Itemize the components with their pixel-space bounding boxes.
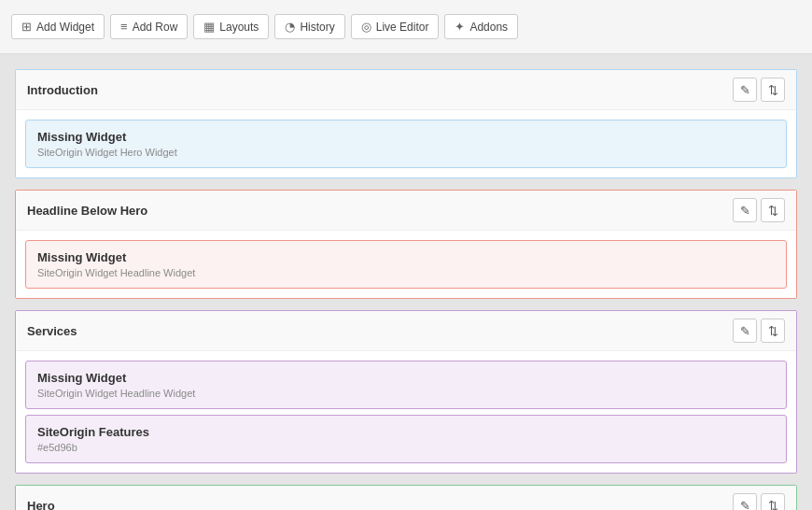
section-services: Services✎⇅Missing WidgetSiteOrigin Widge… (15, 310, 797, 474)
section-body-services: Missing WidgetSiteOrigin Widget Headline… (16, 351, 796, 473)
add-widget-label: Add Widget (36, 21, 94, 34)
addons-label: Addons (469, 21, 508, 34)
section-title-introduction: Introduction (27, 83, 98, 97)
live-editor-icon: ◎ (361, 20, 371, 34)
section-body-headline-below-hero: Missing WidgetSiteOrigin Widget Headline… (16, 231, 796, 298)
section-header-introduction: Introduction✎⇅ (16, 70, 796, 110)
add-widget-button[interactable]: ⊞Add Widget (11, 14, 105, 39)
widget-card-2-0[interactable]: Missing WidgetSiteOrigin Widget Headline… (25, 361, 787, 409)
section-move-button-headline-below-hero[interactable]: ⇅ (761, 198, 785, 222)
section-header-hero: Hero✎⇅ (16, 486, 796, 510)
section-edit-button-introduction[interactable]: ✎ (733, 78, 757, 102)
layouts-icon: ▦ (203, 20, 215, 34)
section-hero: Hero✎⇅Missing WidgetSiteOrigin Widget He… (15, 485, 797, 510)
section-header-headline-below-hero: Headline Below Hero✎⇅ (16, 191, 796, 231)
section-title-services: Services (27, 324, 77, 338)
widget-title-2-1: SiteOrigin Features (37, 425, 775, 439)
add-row-label: Add Row (133, 21, 178, 34)
section-title-headline-below-hero: Headline Below Hero (27, 204, 147, 218)
history-icon: ◔ (285, 20, 295, 34)
live-editor-button[interactable]: ◎Live Editor (351, 14, 440, 39)
section-header-services: Services✎⇅ (16, 311, 796, 351)
section-edit-button-hero[interactable]: ✎ (733, 493, 757, 510)
page-container: ⊞Add Widget≡Add Row▦Layouts◔History◎Live… (0, 0, 812, 510)
add-widget-icon: ⊞ (21, 20, 32, 34)
section-headline-below-hero: Headline Below Hero✎⇅Missing WidgetSiteO… (15, 190, 797, 299)
widget-subtitle-1-0: SiteOrigin Widget Headline Widget (37, 267, 775, 278)
section-edit-button-headline-below-hero[interactable]: ✎ (733, 198, 757, 222)
history-button[interactable]: ◔History (274, 14, 344, 39)
section-body-introduction: Missing WidgetSiteOrigin Widget Hero Wid… (16, 110, 796, 177)
content-area: Introduction✎⇅Missing WidgetSiteOrigin W… (0, 54, 812, 510)
section-move-button-hero[interactable]: ⇅ (761, 493, 785, 510)
section-actions-hero: ✎⇅ (733, 493, 785, 510)
section-actions-introduction: ✎⇅ (733, 78, 785, 102)
addons-icon: ✦ (455, 20, 465, 34)
widget-subtitle-2-0: SiteOrigin Widget Headline Widget (37, 388, 775, 399)
widget-title-0-0: Missing Widget (37, 130, 775, 144)
section-move-button-services[interactable]: ⇅ (761, 319, 785, 343)
toolbar: ⊞Add Widget≡Add Row▦Layouts◔History◎Live… (0, 0, 812, 54)
history-label: History (300, 21, 334, 34)
live-editor-label: Live Editor (376, 21, 429, 34)
widget-card-0-0[interactable]: Missing WidgetSiteOrigin Widget Hero Wid… (25, 120, 787, 168)
widget-subtitle-0-0: SiteOrigin Widget Hero Widget (37, 147, 775, 158)
section-actions-headline-below-hero: ✎⇅ (733, 198, 785, 222)
section-actions-services: ✎⇅ (733, 319, 785, 343)
add-row-icon: ≡ (120, 20, 128, 34)
widget-title-2-0: Missing Widget (37, 371, 775, 385)
widget-subtitle-2-1: #e5d96b (37, 442, 775, 453)
addons-button[interactable]: ✦Addons (444, 14, 518, 39)
widget-card-2-1[interactable]: SiteOrigin Features#e5d96b (25, 415, 787, 463)
section-edit-button-services[interactable]: ✎ (733, 319, 757, 343)
layouts-button[interactable]: ▦Layouts (193, 14, 269, 39)
section-title-hero: Hero (27, 499, 55, 511)
toolbar-buttons: ⊞Add Widget≡Add Row▦Layouts◔History◎Live… (11, 14, 518, 39)
layouts-label: Layouts (219, 21, 259, 34)
add-row-button[interactable]: ≡Add Row (110, 14, 188, 39)
widget-card-1-0[interactable]: Missing WidgetSiteOrigin Widget Headline… (25, 240, 787, 289)
section-move-button-introduction[interactable]: ⇅ (761, 78, 785, 102)
widget-title-1-0: Missing Widget (37, 250, 775, 264)
section-introduction: Introduction✎⇅Missing WidgetSiteOrigin W… (15, 69, 797, 178)
